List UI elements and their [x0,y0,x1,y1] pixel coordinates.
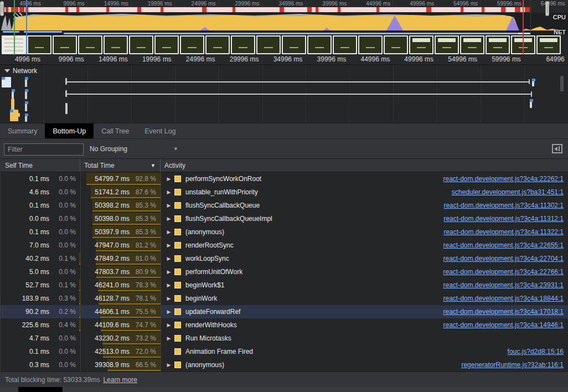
network-request-bar[interactable] [25,114,27,122]
overview-left-handle[interactable] [0,1,4,16]
source-location-link[interactable]: react-dom.development.js?3c4a:22655:1 [443,241,568,249]
network-request-bar[interactable] [11,99,14,110]
network-request-bar[interactable] [25,101,27,111]
table-row[interactable]: 52.7 ms0.1 %46241.0 ms78.3 %▶beginWork$1… [1,278,568,292]
screenshot-thumbnail[interactable] [486,35,510,54]
expand-arrow-icon[interactable]: ▶ [164,336,173,341]
screenshot-thumbnail[interactable] [78,35,102,54]
screenshot-thumbnail[interactable] [333,35,357,54]
tab-summary[interactable]: Summary [0,123,45,138]
source-location-link[interactable]: react-dom.development.js?3c4a:22766:1 [443,268,568,276]
activity-name: renderRootSync [185,241,234,249]
table-row[interactable]: 90.2 ms0.2 %44606.1 ms75.5 %▶updateForwa… [1,305,568,318]
sidebar-toggle-icon[interactable] [552,144,562,153]
expand-arrow-icon[interactable]: ▶ [164,176,173,182]
overview-right-handle[interactable] [545,1,549,16]
screenshot-thumbnail[interactable] [384,35,408,54]
column-header-total-time[interactable]: Total Time ▼ [80,159,161,172]
screenshot-thumbnail[interactable] [180,35,204,54]
expand-arrow-icon[interactable]: ▶ [164,203,173,208]
table-row[interactable]: 0.1 ms0.0 %54799.7 ms92.8 %▶performSyncW… [1,172,568,185]
table-row[interactable]: 40.2 ms0.1 %47849.2 ms81.0 %▶workLoopSyn… [1,252,568,265]
table-row[interactable]: 183.9 ms0.3 %46128.7 ms78.1 %▶beginWorkr… [1,292,568,305]
screenshot-thumbnail[interactable] [27,35,51,54]
network-request-bar[interactable] [532,79,534,86]
source-location-link[interactable]: react-dom.development.js?3c4a:17018:1 [443,308,568,316]
table-row[interactable]: 7.0 ms0.0 %47947.0 ms81.2 %▶renderRootSy… [1,239,568,252]
source-location-link[interactable]: react-dom.development.js?3c4a:11312:1 [443,215,568,223]
table-row[interactable]: 0.1 ms0.0 %50397.9 ms85.3 %▶(anonymous)r… [1,225,568,239]
network-request-bar[interactable] [25,89,27,99]
table-row[interactable]: 4.6 ms0.0 %51741.2 ms87.6 %▶unstable_run… [1,185,568,199]
expand-arrow-icon[interactable]: ▶ [164,189,173,195]
network-request-bar[interactable] [66,94,531,95]
source-location-link[interactable]: scheduler.development.js?ba31:451:1 [452,188,568,196]
source-location-link[interactable]: react-dom.development.js?3c4a:22262:1 [443,175,568,183]
network-request-bar[interactable] [560,76,564,91]
screenshot-thumbnail[interactable] [358,35,383,54]
source-location-link[interactable]: react-dom.development.js?3c4a:11302:1 [443,202,568,209]
network-request-bar[interactable] [25,77,27,87]
network-request-bar[interactable] [2,77,11,87]
expand-arrow-icon[interactable]: ▶ [164,243,173,248]
screenshot-thumbnail[interactable] [129,35,153,54]
screenshot-thumbnail[interactable] [282,35,306,54]
table-row[interactable]: 0.0 ms0.0 %50398.0 ms85.3 %▶flushSyncCal… [1,212,568,225]
network-request-bar[interactable] [18,113,20,117]
source-location-link[interactable]: react-dom.development.js?3c4a:14946:1 [443,321,568,329]
table-row[interactable]: 5.0 ms0.0 %47803.7 ms80.9 %▶performUnitO… [1,265,568,278]
expand-arrow-icon[interactable]: ▶ [164,296,173,301]
screenshot-thumbnail[interactable] [231,35,255,54]
network-request-bar[interactable] [531,91,532,97]
network-track-header[interactable]: Network [4,67,37,75]
table-row[interactable]: 225.6 ms0.4 %44109.6 ms74.7 %▶renderWith… [1,318,568,332]
screenshot-thumbnail[interactable] [256,35,281,54]
screenshot-thumbnail[interactable] [435,35,459,54]
screenshot-thumbnail[interactable] [53,35,77,54]
filter-input[interactable] [4,143,84,156]
tab-call-tree[interactable]: Call Tree [94,123,137,138]
source-location-link[interactable]: react-dom.development.js?3c4a:11322:1 [443,228,568,236]
expand-arrow-icon[interactable]: ▶ [164,282,173,288]
screenshot-thumbnail[interactable] [536,35,561,54]
source-location-link[interactable]: regeneratorRuntime.js?32ab:116:1 [461,361,568,369]
grouping-select[interactable]: No Grouping ▼ [90,139,178,158]
expand-arrow-icon[interactable]: ▶ [164,269,173,275]
screenshot-thumbnail[interactable] [409,35,433,54]
screenshot-thumbnail[interactable] [154,35,179,54]
tab-bottom-up[interactable]: Bottom-Up [45,123,94,138]
table-row[interactable]: 0.3 ms0.0 %39308.9 ms66.5 %▶(anonymous)r… [1,358,568,372]
screenshot-thumbnail[interactable] [205,35,230,54]
source-location-link[interactable]: fouc.js?d2d8:15:16 [508,348,568,355]
source-location-link[interactable]: react-dom.development.js?3c4a:22704:1 [443,255,568,262]
screenshot-filmstrip[interactable] [0,35,568,55]
screenshot-thumbnail[interactable] [104,35,128,54]
expand-arrow-icon[interactable]: ▶ [164,256,173,261]
network-request-bar[interactable] [12,89,14,99]
network-request-bar[interactable] [65,103,68,114]
expand-arrow-icon[interactable]: ▶ [164,229,173,235]
screenshot-thumbnail[interactable] [307,35,332,54]
axis-tick-label: 14996 ms [87,55,131,64]
table-row[interactable]: 4.7 ms0.0 %43230.2 ms73.2 %▶Run Microtas… [1,332,568,345]
tab-event-log[interactable]: Event Log [137,123,183,138]
column-header-activity[interactable]: Activity [161,162,568,169]
network-request-bar[interactable] [10,110,18,121]
table-row[interactable]: 0.1 ms0.0 %42513.0 ms72.0 %Animation Fra… [1,345,568,358]
network-request-bar[interactable] [66,81,529,82]
source-location-link[interactable]: react-dom.development.js?3c4a:18844:1 [443,295,568,302]
column-header-self-time[interactable]: Self Time [0,159,80,172]
screenshot-thumbnail[interactable] [460,35,484,54]
network-request-bar[interactable] [529,79,530,84]
expand-arrow-icon[interactable]: ▶ [164,309,173,314]
self-time-heat-bar [79,306,80,318]
table-row[interactable]: 0.1 ms0.0 %50398.2 ms85.3 %▶flushSyncCal… [1,199,568,212]
expand-arrow-icon[interactable]: ▶ [164,362,173,368]
long-task-marker [515,7,520,12]
expand-arrow-icon[interactable]: ▶ [164,216,173,221]
timeline-overview[interactable]: 4996 ms9996 ms14996 ms19996 ms24996 ms29… [0,0,568,64]
expand-arrow-icon[interactable]: ▶ [164,322,173,328]
network-request-bar[interactable] [530,99,532,108]
source-location-link[interactable]: react-dom.development.js?3c4a:23931:1 [443,281,568,289]
learn-more-link[interactable]: Learn more [103,376,137,384]
